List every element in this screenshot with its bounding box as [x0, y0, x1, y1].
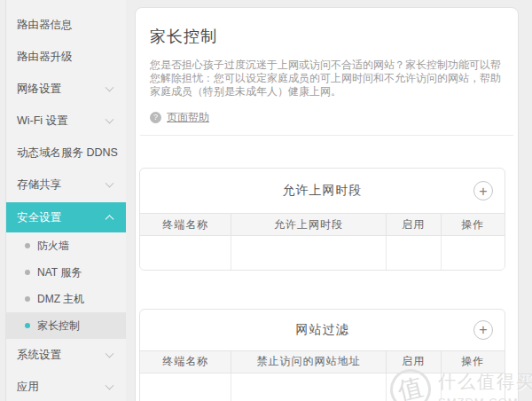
column-header: 启用: [386, 350, 441, 373]
table-cell: [386, 236, 441, 270]
sidebar-item-label: 系统设置: [17, 348, 61, 363]
add-rule-button[interactable]: +: [473, 181, 493, 200]
page-help: ? 页面帮助: [150, 110, 504, 125]
question-circle-icon: ?: [150, 112, 161, 123]
sidebar-item-system-settings[interactable]: 系统设置: [6, 339, 126, 371]
sidebar-item-wifi-settings[interactable]: Wi-Fi 设置: [6, 105, 126, 137]
sidebar-item-router-upgrade[interactable]: 路由器升级: [6, 41, 126, 73]
allowed-time-card: 允许上网时段 + 终端名称 允许上网时段 启用 操作: [139, 168, 505, 271]
bullet-icon: [25, 323, 30, 328]
header-divider: [140, 135, 513, 136]
card-header: 允许上网时段 +: [140, 169, 505, 213]
table-cell: [441, 236, 505, 270]
table-cell: [140, 373, 231, 401]
page-title: 家长控制: [150, 26, 504, 47]
sidebar-subitem-nat-service[interactable]: NAT 服务: [6, 259, 126, 286]
chevron-down-icon: [106, 381, 114, 390]
sidebar-item-label: DMZ 主机: [37, 292, 84, 307]
card-title: 允许上网时段: [140, 169, 505, 213]
sidebar-item-applications[interactable]: 应用: [6, 371, 126, 401]
main-panel: 家长控制 您是否担心孩子过度沉迷于上网或访问不合适的网站？家长控制功能可以帮您解…: [135, 7, 519, 401]
sidebar-subitem-dmz-host[interactable]: DMZ 主机: [6, 286, 126, 312]
column-header: 操作: [441, 214, 505, 236]
website-filter-table: 终端名称 禁止访问的网站地址 启用 操作: [140, 350, 505, 401]
sidebar-item-label: 防火墙: [37, 239, 69, 254]
sidebar-item-label: 存储共享: [17, 177, 61, 193]
sidebar-item-security-settings[interactable]: 安全设置: [6, 202, 126, 232]
chevron-down-icon: [106, 83, 114, 92]
sidebar-item-label: NAT 服务: [37, 265, 82, 280]
bullet-icon: [25, 243, 30, 248]
sidebar: 路由器信息 路由器升级 网络设置 Wi-Fi 设置 动态域名服务 DDNS 存储…: [5, 0, 126, 401]
sidebar-item-label: 安全设置: [17, 210, 61, 225]
table-cell: [441, 373, 505, 401]
table-cell: [140, 236, 231, 270]
sidebar-item-label: 路由器升级: [17, 50, 73, 65]
page-help-link[interactable]: 页面帮助: [167, 110, 209, 125]
card-header: 网站过滤 +: [140, 310, 505, 350]
card-title: 网站过滤: [140, 310, 505, 350]
bullet-icon: [25, 270, 30, 275]
sidebar-item-label: 动态域名服务 DDNS: [17, 145, 118, 161]
sidebar-item-network-settings[interactable]: 网络设置: [6, 73, 126, 105]
table-cell: [231, 373, 387, 401]
sidebar-item-label: 应用: [17, 380, 39, 395]
column-header: 操作: [441, 350, 505, 373]
column-header: 终端名称: [140, 214, 231, 236]
sidebar-item-router-info[interactable]: 路由器信息: [6, 9, 126, 41]
sidebar-subitem-firewall[interactable]: 防火墙: [6, 232, 126, 259]
panel-header: 家长控制 您是否担心孩子过度沉迷于上网或访问不合适的网站？家长控制功能可以帮您解…: [136, 8, 518, 136]
chevron-down-icon: [106, 115, 114, 124]
allowed-time-table: 终端名称 允许上网时段 启用 操作: [140, 213, 505, 270]
column-header: 允许上网时段: [231, 214, 387, 236]
chevron-up-icon: [106, 215, 114, 224]
sidebar-item-label: 网络设置: [17, 82, 61, 97]
table-header-row: 终端名称 允许上网时段 启用 操作: [140, 214, 505, 236]
table-cell: [231, 236, 387, 270]
page-description: 您是否担心孩子过度沉迷于上网或访问不合适的网站？家长控制功能可以帮您解除担忧：您…: [150, 59, 504, 98]
table-empty-row: [140, 373, 505, 401]
sidebar-subitem-parental-control[interactable]: 家长控制: [6, 312, 126, 339]
chevron-down-icon: [106, 350, 114, 358]
sidebar-item-storage-sharing[interactable]: 存储共享: [6, 169, 126, 200]
column-header: 启用: [386, 214, 441, 236]
website-filter-card: 网站过滤 + 终端名称 禁止访问的网站地址 启用 操作: [139, 309, 505, 401]
column-header: 禁止访问的网站地址: [231, 350, 387, 373]
sidebar-item-ddns[interactable]: 动态域名服务 DDNS: [6, 137, 126, 169]
sidebar-item-label: 家长控制: [37, 318, 80, 334]
table-header-row: 终端名称 禁止访问的网站地址 启用 操作: [140, 350, 505, 373]
column-header: 终端名称: [140, 350, 231, 373]
table-cell: [386, 373, 441, 401]
sidebar-item-label: Wi-Fi 设置: [17, 114, 68, 129]
bullet-icon: [25, 296, 30, 302]
add-filter-button[interactable]: +: [473, 320, 493, 340]
sidebar-item-label: 路由器信息: [17, 18, 73, 33]
chevron-down-icon: [106, 179, 114, 188]
table-empty-row: [140, 236, 505, 270]
